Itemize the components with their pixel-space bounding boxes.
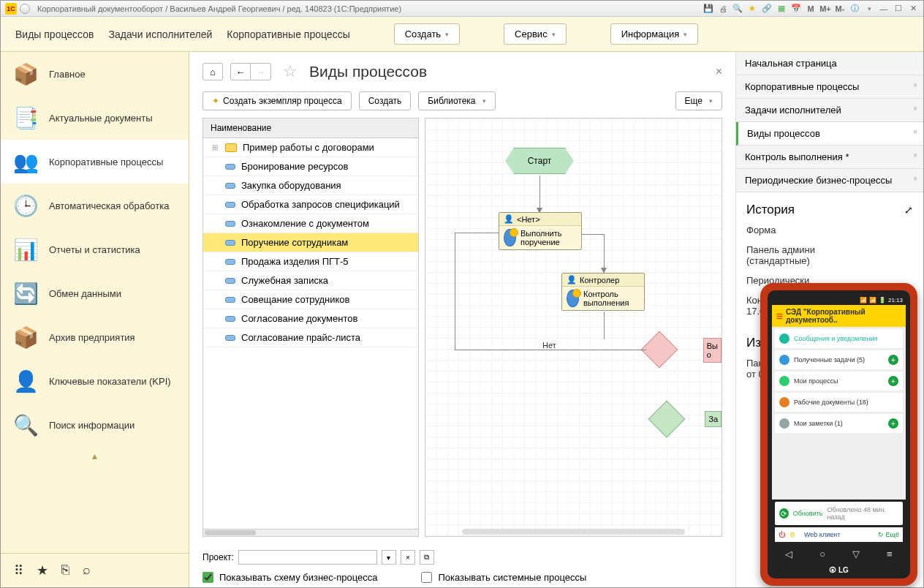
diagram-partial-node[interactable]: Вы о	[703, 338, 722, 363]
tree-expander-icon[interactable]: ⊞	[211, 143, 219, 151]
toolbar-link-process-types[interactable]: Виды процессов	[15, 29, 94, 40]
m-button[interactable]: M	[805, 3, 817, 15]
minimize-icon[interactable]: —	[878, 3, 890, 15]
phone-menu-icon[interactable]: ≡	[887, 549, 893, 559]
favorite-star-icon[interactable]: ☆	[283, 62, 298, 81]
info-icon[interactable]: ⓘ	[849, 3, 860, 15]
apps-icon[interactable]: ⠿	[14, 562, 23, 578]
project-clear-button[interactable]: ×	[401, 550, 415, 565]
diagram-node-task[interactable]: 👤<Нет> Выполнить поручение	[499, 212, 582, 250]
close-icon[interactable]: ×	[913, 128, 917, 136]
sidebar-item-3[interactable]: 🕒Автоматическая обработка	[1, 184, 189, 227]
tree-header[interactable]: Наименование	[203, 118, 418, 138]
sidebar-collapse-icon[interactable]: ▴	[1, 447, 189, 464]
history-item-1[interactable]: Панель админи (стандартные)	[746, 244, 913, 266]
tree-item-6[interactable]: Продажа изделия ПГТ-5	[203, 252, 418, 271]
create-button[interactable]: Создать▾	[394, 23, 460, 45]
close-icon[interactable]: ×	[913, 151, 917, 159]
power-icon[interactable]: ⏻	[779, 531, 785, 538]
add-icon[interactable]: +	[888, 376, 898, 386]
toolbar-link-corp-processes[interactable]: Корпоративные процессы	[227, 29, 349, 40]
sidebar-item-7[interactable]: 👤Ключевые показатели (KPI)	[1, 359, 189, 403]
toolbar-link-tasks[interactable]: Задачи исполнителей	[108, 29, 212, 40]
tree-item-4[interactable]: Ознакомление с документом	[203, 214, 418, 233]
project-open-button[interactable]: ⧉	[420, 550, 434, 565]
link-icon[interactable]: 🔗	[761, 3, 773, 15]
phone-row-3[interactable]: Рабочие документы (18)	[775, 393, 903, 412]
home-button[interactable]: ⌂	[202, 63, 223, 80]
phone-row-4[interactable]: Мои заметки (1)+	[775, 414, 903, 433]
start-node[interactable]: Старт	[513, 148, 566, 174]
create-instance-button[interactable]: ✦Создать экземпляр процесса	[202, 91, 352, 110]
tree-item-2[interactable]: Закупка оборудования	[203, 176, 418, 195]
menu-icon[interactable]: ☰	[776, 312, 783, 320]
sidebar-item-0[interactable]: 📦Главное	[1, 52, 189, 96]
diagram-partial-end[interactable]: За	[705, 411, 722, 427]
diagram-end[interactable]	[648, 401, 686, 438]
preview-icon[interactable]: 🔍	[732, 3, 743, 15]
tree-item-9[interactable]: Согласование документов	[203, 309, 418, 328]
sidebar-item-8[interactable]: 🔍Поиск информации	[1, 403, 189, 447]
more-button[interactable]: Еще▾	[675, 91, 722, 110]
sidebar-item-5[interactable]: 🔄Обмен данными	[1, 271, 189, 315]
add-icon[interactable]: +	[888, 418, 898, 429]
tree-item-8[interactable]: Совещание сотрудников	[203, 290, 418, 309]
info-dropdown-icon[interactable]: ▾	[863, 3, 875, 15]
phone-refresh-row[interactable]: ⟳ Обновить Обновлено 48 мин. назад	[775, 502, 903, 525]
right-tab-2[interactable]: Задачи исполнителей×	[736, 99, 923, 122]
titlebar-circle-button[interactable]	[20, 4, 30, 14]
forward-button[interactable]: →	[251, 63, 271, 80]
right-tab-1[interactable]: Корпоративные процессы×	[736, 75, 923, 99]
right-tab-5[interactable]: Периодические бизнес-процессы×	[736, 169, 923, 192]
tree-item-3[interactable]: Обработка запросов спецификаций	[203, 195, 418, 214]
calc-icon[interactable]: ▦	[776, 3, 787, 15]
print-icon[interactable]: 🖨	[717, 3, 729, 15]
project-dropdown-button[interactable]: ▾	[382, 550, 396, 565]
info-button[interactable]: Информация▾	[610, 23, 699, 45]
tree-item-5[interactable]: Поручение сотрудникам	[203, 233, 418, 252]
service-button[interactable]: Сервис▾	[504, 23, 567, 45]
right-tab-0[interactable]: Начальная страница	[736, 52, 923, 75]
web-client-link[interactable]: Web клиент	[804, 531, 840, 538]
more-link[interactable]: ↻ Ещё	[878, 531, 899, 538]
gear-icon[interactable]: ⚙	[789, 531, 795, 538]
phone-row-0[interactable]: Сообщения и уведомления	[775, 329, 903, 348]
close-window-icon[interactable]: ✕	[907, 3, 919, 15]
tree-item-0[interactable]: ⊞Пример работы с договорами	[203, 138, 418, 157]
add-icon[interactable]: +	[888, 355, 898, 365]
right-tab-4[interactable]: Контроль выполнения *×	[736, 146, 923, 169]
sidebar-item-6[interactable]: 📦Архив предприятия	[1, 315, 189, 359]
star-icon[interactable]: ★	[37, 562, 48, 578]
close-icon[interactable]: ×	[913, 105, 917, 113]
history-expand-icon[interactable]: ⤢	[904, 204, 913, 216]
sidebar-item-4[interactable]: 📊Отчеты и статистика	[1, 227, 189, 271]
history-item-0[interactable]: Форма	[746, 225, 913, 235]
tree-item-1[interactable]: Бронирование ресурсов	[203, 157, 418, 176]
show-system-checkbox[interactable]: Показывать системные процессы	[421, 572, 586, 583]
diagram-decision[interactable]	[641, 331, 678, 369]
phone-row-2[interactable]: Мои процессы+	[775, 372, 903, 391]
save-icon[interactable]: 💾	[703, 3, 714, 15]
phone-row-1[interactable]: Полученные задачи (5)+	[775, 350, 903, 369]
project-input[interactable]	[238, 550, 377, 565]
favorite-icon[interactable]: ★	[746, 3, 758, 15]
diagram-panel[interactable]: Старт 👤<Нет> Выполнить поручение 👤Контро…	[425, 118, 722, 537]
m-minus-button[interactable]: M-	[834, 3, 846, 15]
close-page-icon[interactable]: ×	[716, 65, 722, 78]
search-icon[interactable]: ⌕	[83, 562, 91, 578]
clipboard-icon[interactable]: ⎘	[61, 562, 69, 578]
close-icon[interactable]: ×	[913, 81, 917, 89]
sidebar-item-2[interactable]: 👥Корпоративные процессы	[1, 140, 189, 184]
diagram-scrollbar[interactable]	[462, 529, 685, 535]
maximize-icon[interactable]: ☐	[893, 3, 904, 15]
sidebar-item-1[interactable]: 📑Актуальные документы	[1, 96, 189, 140]
create-item-button[interactable]: Создать	[359, 91, 412, 110]
diagram-node-control[interactable]: 👤Контролер Контроль выполнения	[561, 273, 645, 311]
back-button[interactable]: ←	[230, 63, 251, 80]
library-button[interactable]: Библиотека▾	[418, 91, 495, 110]
phone-home-icon[interactable]: ○	[819, 549, 825, 559]
tree-item-7[interactable]: Служебная записка	[203, 271, 418, 290]
right-tab-3[interactable]: Виды процессов×	[736, 122, 923, 146]
calendar-icon[interactable]: 📅	[790, 3, 802, 15]
close-icon[interactable]: ×	[913, 175, 917, 183]
